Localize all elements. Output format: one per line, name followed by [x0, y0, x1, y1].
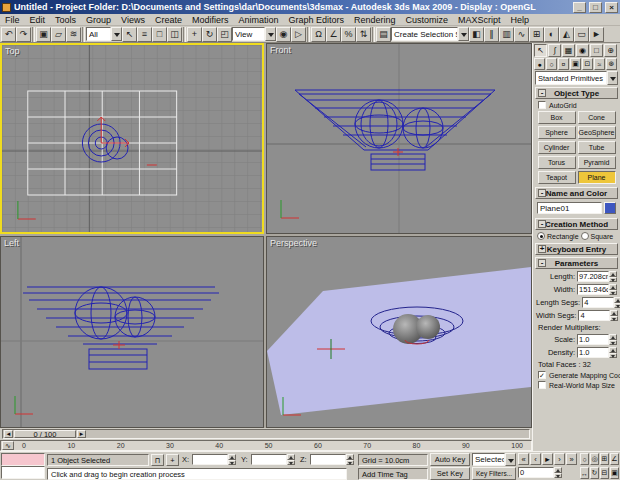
unlink-icon[interactable]: ▱: [51, 27, 66, 42]
set-key-button[interactable]: Set Key: [430, 467, 470, 480]
align-icon[interactable]: ∥: [484, 27, 499, 42]
rollout-object-type[interactable]: - Object Type: [535, 87, 618, 99]
chevron-down-icon[interactable]: [458, 27, 469, 41]
play-button[interactable]: ►: [542, 453, 553, 465]
viewport-left-canvas[interactable]: [1, 237, 263, 427]
generate-mapping-checkbox[interactable]: ✓: [538, 371, 546, 379]
menu-item-maxscript[interactable]: MAXScript: [453, 14, 506, 26]
category-lights-icon[interactable]: ¤: [558, 58, 569, 70]
viewport-perspective[interactable]: Perspective: [266, 236, 532, 428]
select-scale-icon[interactable]: ◰: [217, 27, 232, 42]
button-box[interactable]: Box: [538, 111, 576, 124]
track-bar[interactable]: ∿ 0 10 20 30 40 50 60 70 80 90 100: [0, 440, 532, 451]
next-frame-arrow-icon[interactable]: ►: [77, 430, 86, 438]
button-plane[interactable]: Plane: [578, 171, 616, 184]
maximize-button[interactable]: □: [589, 2, 602, 13]
button-teapot[interactable]: Teapot: [538, 171, 576, 184]
scale-field[interactable]: 1.0: [577, 334, 617, 345]
tab-hierarchy[interactable]: ▦: [562, 44, 575, 57]
category-spacewarps-icon[interactable]: ≈: [594, 58, 605, 70]
width-spinner[interactable]: [609, 284, 617, 295]
button-cone[interactable]: Cone: [578, 111, 616, 124]
button-geosphere[interactable]: GeoSphere: [578, 126, 616, 139]
y-coordinate-field[interactable]: [251, 454, 295, 465]
tab-modify[interactable]: ∫: [548, 44, 561, 57]
menu-item-help[interactable]: Help: [506, 14, 535, 26]
auto-key-button[interactable]: Auto Key: [430, 453, 470, 466]
menu-item-edit[interactable]: Edit: [25, 14, 51, 26]
category-helpers-icon[interactable]: ⊡: [582, 58, 593, 70]
y-spinner[interactable]: [287, 454, 295, 465]
window-crossing-icon[interactable]: ◫: [167, 27, 182, 42]
absolute-offset-toggle-icon[interactable]: +: [166, 454, 179, 466]
menu-item-rendering[interactable]: Rendering: [349, 14, 401, 26]
edit-named-sets-icon[interactable]: ▤: [376, 27, 391, 42]
previous-frame-icon[interactable]: ‹: [530, 453, 541, 465]
spinner-snap-icon[interactable]: ⇅: [356, 27, 371, 42]
angle-snap-icon[interactable]: ∠: [326, 27, 341, 42]
square-radio[interactable]: [581, 232, 589, 240]
close-button[interactable]: ×: [605, 2, 618, 13]
move-gizmo[interactable]: [113, 341, 125, 349]
select-link-icon[interactable]: ▣: [36, 27, 51, 42]
zoom-region-icon[interactable]: ⊟: [600, 467, 609, 479]
schematic-view-icon[interactable]: ⊞: [529, 27, 544, 42]
select-move-icon[interactable]: +: [187, 27, 202, 42]
previous-frame-arrow-icon[interactable]: ◄: [4, 430, 13, 438]
undo-icon[interactable]: ↶: [1, 27, 16, 42]
select-by-name-icon[interactable]: ≡: [137, 27, 152, 42]
rollout-creation-method[interactable]: - Creation Method: [535, 218, 618, 230]
length-segs-field[interactable]: 4: [582, 297, 620, 308]
object-name-field[interactable]: Plane01: [537, 202, 602, 214]
viewport-perspective-canvas[interactable]: [267, 237, 531, 427]
button-pyramid[interactable]: Pyramid: [578, 156, 616, 169]
next-frame-icon[interactable]: ›: [554, 453, 565, 465]
object-color-swatch[interactable]: [604, 202, 616, 214]
tab-display[interactable]: □: [590, 44, 603, 57]
viewport-top-canvas[interactable]: [2, 45, 262, 232]
density-field[interactable]: 1.0: [577, 347, 617, 358]
time-spinner[interactable]: [554, 467, 562, 478]
length-segs-spinner[interactable]: [614, 297, 620, 308]
menu-item-tools[interactable]: Tools: [50, 14, 81, 26]
collapse-icon[interactable]: -: [538, 259, 546, 267]
material-editor-icon[interactable]: ◐: [544, 27, 559, 42]
collapse-icon[interactable]: -: [538, 189, 546, 197]
primitives-dropdown[interactable]: Standard Primitives: [535, 71, 618, 85]
menu-item-file[interactable]: File: [0, 14, 25, 26]
key-filters-button[interactable]: Key Filters...: [472, 467, 516, 480]
use-center-icon[interactable]: ◉: [276, 27, 291, 42]
menu-item-customize[interactable]: Customize: [401, 14, 454, 26]
category-shapes-icon[interactable]: ○: [546, 58, 557, 70]
x-spinner[interactable]: [228, 454, 236, 465]
field-of-view-icon[interactable]: ∠: [610, 453, 619, 465]
macro-recorder-pane[interactable]: [1, 453, 45, 466]
viewport-top-label[interactable]: Top: [5, 46, 20, 56]
maxscript-mini-listener[interactable]: [1, 453, 45, 480]
real-world-checkbox[interactable]: [538, 381, 546, 389]
named-sets-combo[interactable]: Create Selection Set: [391, 27, 469, 41]
menu-item-create[interactable]: Create: [150, 14, 187, 26]
z-coordinate-field[interactable]: [310, 454, 354, 465]
viewport-perspective-label[interactable]: Perspective: [270, 238, 317, 248]
viewport-front-label[interactable]: Front: [270, 45, 291, 55]
mirror-icon[interactable]: ◧: [469, 27, 484, 42]
bowl-object-wireframe[interactable]: [23, 287, 219, 369]
key-mode-dropdown[interactable]: Selected: [472, 453, 516, 466]
bowl-object-wireframe[interactable]: [295, 90, 495, 170]
select-object-icon[interactable]: ↖: [122, 27, 137, 42]
select-manipulate-icon[interactable]: ▷: [291, 27, 306, 42]
layer-manager-icon[interactable]: ▥: [499, 27, 514, 42]
collapse-icon[interactable]: -: [538, 220, 546, 228]
viewport-front-canvas[interactable]: [267, 44, 531, 233]
rectangle-radio[interactable]: [537, 232, 545, 240]
chevron-down-icon[interactable]: [265, 27, 276, 41]
time-slider-track[interactable]: ◄ 0 / 100 ►: [2, 429, 530, 439]
width-segs-spinner[interactable]: [610, 310, 618, 321]
tab-utilities[interactable]: ⊕: [604, 44, 617, 57]
menu-item-views[interactable]: Views: [116, 14, 150, 26]
length-field[interactable]: 97.208cm: [577, 271, 617, 282]
zoom-extents-icon[interactable]: ⊞: [600, 453, 609, 465]
zoom-icon[interactable]: ○: [580, 453, 589, 465]
selection-filter-dropdown[interactable]: All: [86, 27, 122, 41]
